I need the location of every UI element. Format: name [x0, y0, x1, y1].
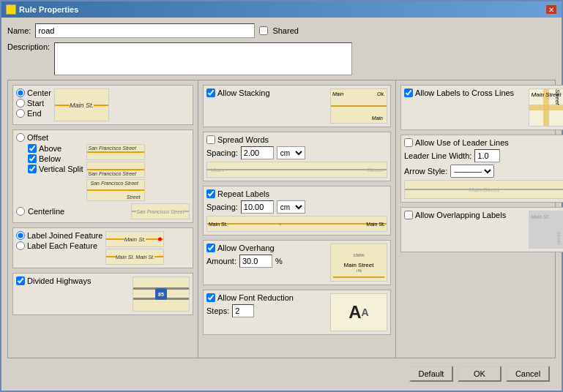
repeat-label: Repeat Labels: [217, 189, 269, 198]
leader-width-input[interactable]: [474, 149, 500, 162]
below-check-item: Below: [28, 154, 83, 163]
spread-label: Spread Words: [217, 135, 269, 144]
shared-checkbox[interactable]: [259, 26, 268, 35]
font-reduction-label: Allow Font Reduction: [217, 293, 294, 302]
overlapping-preview: Main St. Street: [529, 211, 563, 249]
font-A-small: A: [362, 306, 369, 318]
steps-row: Steps:: [206, 304, 327, 317]
label-feature-section: Label Joined Feature Label Each Feature …: [12, 227, 193, 268]
placement-section: Center Start End Main St.: [12, 85, 193, 125]
offset-previews: San Francisco Street San Francisco Stree…: [86, 144, 145, 201]
joined-preview: Main St.: [105, 231, 164, 247]
window-title: Rule Properties: [19, 5, 78, 14]
start-radio-item: Start: [16, 99, 51, 108]
arrow-style-label: Arrow Style:: [404, 167, 447, 176]
stacking-label-top: Main: [332, 91, 343, 97]
stacking-label-bot: Main: [372, 116, 383, 121]
centerline-radio[interactable]: [16, 207, 25, 216]
label-joined-radio[interactable]: [16, 231, 25, 240]
label-each-radio[interactable]: [16, 241, 25, 250]
repeat-spacing-input[interactable]: [241, 200, 274, 214]
arrow-style-row: Arrow Style: ———— →: [404, 165, 563, 178]
cancel-button[interactable]: Cancel: [506, 366, 550, 382]
spread-words-section: Spread Words Spacing: cm mm in Main: [203, 132, 391, 181]
stacking-check-item: Allow Stacking: [206, 88, 327, 97]
above-checkbox[interactable]: [28, 144, 37, 153]
label-each-label: Label Each Feature: [27, 241, 97, 250]
repeat-unit-select[interactable]: cm mm in: [277, 200, 305, 214]
label-feature-previews: Main St. Main St. Main St.: [105, 231, 164, 265]
steps-label: Steps:: [206, 306, 229, 315]
center-label: Center: [27, 88, 51, 97]
start-radio[interactable]: [16, 99, 25, 108]
joined-dot: [158, 238, 162, 241]
font-reduction-section: Allow Font Reduction Steps: A A: [203, 290, 391, 335]
default-button[interactable]: Default: [409, 366, 453, 382]
vertical-split-checkbox[interactable]: [28, 165, 37, 173]
divided-label: Divided Highways: [27, 276, 91, 285]
leader-road-line: [405, 189, 563, 190]
description-label: Description:: [7, 42, 50, 51]
offset-label: Offset: [27, 133, 48, 142]
overhang-checkbox[interactable]: [206, 244, 215, 252]
stacking-preview: Main Ok. Main: [330, 88, 387, 124]
spread-spacing-input[interactable]: [241, 146, 274, 159]
spread-road-line: [207, 169, 387, 170]
divided-checkbox[interactable]: [16, 276, 25, 285]
repeat-road-line: [207, 223, 387, 225]
percent-sign: %: [275, 257, 283, 265]
spread-checkbox[interactable]: [206, 135, 215, 144]
overlapping-left: Allow Overlapping Labels: [404, 211, 526, 219]
road-line-above: [87, 151, 144, 153]
label-feature-group: Label Joined Feature Label Each Feature: [16, 231, 102, 250]
overhang-bot-label: ↕%: [356, 268, 362, 273]
stacking-road-line: [331, 105, 387, 107]
arrow-style-select[interactable]: ———— →: [450, 165, 494, 178]
repeat-label-1: Main St.: [209, 222, 228, 227]
center-radio[interactable]: [16, 88, 25, 97]
font-reduction-checkbox[interactable]: [206, 293, 215, 302]
close-button[interactable]: ✕: [545, 4, 557, 15]
above-label: Above: [39, 144, 61, 153]
ok-button[interactable]: OK: [458, 366, 502, 382]
placement-col: Center Start End Main St.: [8, 80, 198, 358]
vertical-split-preview: San Francisco Street Street: [86, 179, 145, 201]
spread-spacing-row: Spacing: cm mm in: [206, 146, 387, 159]
overhang-check-item: Allow Overhang: [206, 244, 327, 252]
spread-unit-select[interactable]: cm mm in: [277, 146, 305, 159]
vertical-split-label: Vertical Split: [39, 165, 83, 173]
description-input[interactable]: [54, 42, 352, 75]
description-row: Description:: [7, 42, 556, 75]
below-checkbox[interactable]: [28, 154, 37, 163]
name-input[interactable]: [35, 23, 255, 38]
repeat-checkbox[interactable]: [206, 189, 215, 198]
font-A-large: A: [348, 302, 361, 323]
placement-radio-group: Center Start End: [16, 88, 51, 118]
overhang-preview: 100% Main Street ↕%: [330, 244, 387, 282]
cross-lines-section: Allow Labels to Cross Lines Main Street …: [400, 85, 563, 130]
joined-label: Main St.: [124, 236, 146, 243]
spread-spacing-label: Spacing:: [206, 148, 238, 157]
overhang-label: Allow Overhang: [217, 244, 275, 252]
cross-lines-checkbox[interactable]: [404, 88, 413, 97]
repeat-label-2: Main St.: [366, 222, 385, 227]
overlapping-checkbox[interactable]: [404, 211, 413, 219]
leader-lines-check-item: Allow Use of Leader Lines: [404, 138, 563, 147]
leader-lines-checkbox[interactable]: [404, 138, 413, 147]
dialog-content: Name: Shared Description: Center: [1, 18, 562, 391]
repeat-preview: Main St. s Main St.: [206, 216, 387, 232]
offset-radio[interactable]: [16, 133, 25, 142]
overhang-left: Allow Overhang Amount: %: [206, 244, 327, 268]
centerline-label: Centerline: [28, 207, 64, 216]
spread-check-item: Spread Words: [206, 135, 387, 144]
above-preview: San Francisco Street: [86, 144, 145, 160]
steps-input[interactable]: [232, 304, 254, 317]
repeat-check-item: Repeat Labels: [206, 189, 387, 198]
start-label: Start: [27, 99, 44, 108]
stacking-checkbox[interactable]: [206, 88, 215, 97]
overhang-main-street: Main Street: [344, 262, 374, 268]
leader-width-label: Leader Line Width:: [404, 151, 471, 160]
overhang-amount-input[interactable]: [239, 255, 272, 268]
end-radio[interactable]: [16, 109, 25, 118]
sf-label-vsplit-top: San Francisco Street: [91, 181, 138, 186]
